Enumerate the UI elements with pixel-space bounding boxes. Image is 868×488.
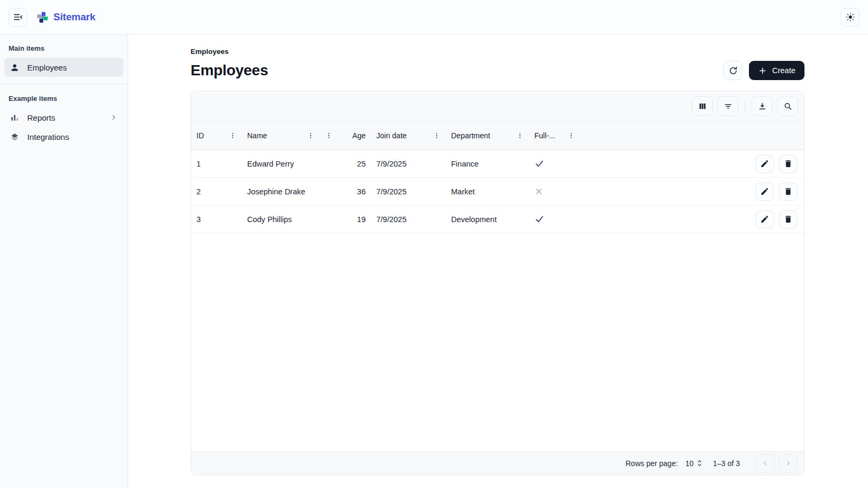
chevron-right-icon <box>109 113 118 122</box>
column-menu-icon[interactable] <box>567 131 575 140</box>
cell-department: Development <box>446 206 529 233</box>
filter-icon <box>723 101 733 111</box>
cell-name: Edward Perry <box>242 150 320 177</box>
grid-footer: Rows per page: 10 1–3 of 3 <box>191 451 804 475</box>
top-bar: Sitemark <box>0 0 868 35</box>
refresh-icon <box>728 66 738 76</box>
cell-full-time <box>529 150 580 177</box>
sidebar-item-label: Integrations <box>27 132 69 141</box>
person-icon <box>10 62 20 73</box>
column-header-age[interactable]: Age <box>320 121 371 149</box>
menu-open-icon <box>13 12 23 22</box>
create-button[interactable]: Create <box>749 61 804 80</box>
layers-icon <box>10 132 20 142</box>
column-header-department[interactable]: Department <box>446 121 529 149</box>
view-columns-icon <box>698 101 707 111</box>
sidebar-group-example: Example items <box>4 90 123 108</box>
next-page-button[interactable] <box>779 454 798 473</box>
cell-id: 3 <box>191 206 242 233</box>
cell-join-date: 7/9/2025 <box>371 206 446 233</box>
edit-row-button[interactable] <box>755 210 774 229</box>
check-icon <box>534 159 545 169</box>
edit-row-button[interactable] <box>755 183 774 201</box>
page-title: Employees <box>191 62 268 79</box>
pencil-icon <box>760 187 769 196</box>
cell-name: Josephine Drake <box>242 178 320 205</box>
sitemark-logo-icon <box>36 11 49 24</box>
rows-per-page-value: 10 <box>685 459 694 468</box>
grid-empty-area <box>191 233 804 451</box>
column-menu-icon[interactable] <box>433 131 440 140</box>
main-area: Employees Employees <box>128 35 868 488</box>
column-menu-icon[interactable] <box>229 131 236 140</box>
sidebar-item-employees[interactable]: Employees <box>4 58 123 77</box>
rows-per-page-label: Rows per page: <box>626 459 678 468</box>
toolbar-divider <box>745 100 745 113</box>
sidebar-item-integrations[interactable]: Integrations <box>4 127 123 146</box>
cell-age: 25 <box>320 150 371 177</box>
data-grid: ID Name <box>191 91 804 475</box>
cell-name: Cody Phillips <box>242 206 320 233</box>
columns-button[interactable] <box>692 96 713 116</box>
column-menu-icon[interactable] <box>325 131 333 140</box>
bar-chart-icon <box>10 113 20 123</box>
plus-icon <box>758 66 767 75</box>
export-button[interactable] <box>752 96 772 116</box>
delete-row-button[interactable] <box>779 183 798 201</box>
trash-icon <box>784 215 793 224</box>
sun-icon <box>845 12 856 22</box>
rows-per-page-select[interactable]: 10 <box>685 459 704 468</box>
sidebar-toggle-button[interactable] <box>9 8 27 27</box>
previous-page-button[interactable] <box>756 454 775 473</box>
column-menu-icon[interactable] <box>307 131 314 140</box>
chevron-right-icon <box>784 459 792 467</box>
column-menu-icon[interactable] <box>516 131 524 140</box>
pencil-icon <box>760 215 769 224</box>
cell-join-date: 7/9/2025 <box>371 150 446 177</box>
pencil-icon <box>760 159 769 168</box>
cell-department: Finance <box>446 150 529 177</box>
delete-row-button[interactable] <box>779 210 798 229</box>
column-header-full-time[interactable]: Full-... <box>529 121 580 149</box>
sidebar-item-reports[interactable]: Reports <box>4 108 123 127</box>
sidebar-item-label: Reports <box>27 113 56 122</box>
sidebar-divider <box>0 83 128 84</box>
table-row[interactable]: 3 Cody Phillips 19 7/9/2025 Development <box>191 206 804 233</box>
filter-button[interactable] <box>717 96 738 116</box>
cell-join-date: 7/9/2025 <box>371 178 446 205</box>
cell-id: 1 <box>191 150 242 177</box>
grid-header-row: ID Name <box>191 121 804 150</box>
brand-name: Sitemark <box>53 11 96 23</box>
sidebar-item-label: Employees <box>27 63 67 72</box>
cell-age: 19 <box>320 206 371 233</box>
table-row[interactable]: 1 Edward Perry 25 7/9/2025 Finance <box>191 150 804 178</box>
pagination-range: 1–3 of 3 <box>713 459 740 468</box>
cell-full-time <box>529 178 580 205</box>
sidebar: Main items Employees Example items Repor… <box>0 35 128 488</box>
cell-age: 36 <box>320 178 371 205</box>
column-header-join-date[interactable]: Join date <box>371 121 446 149</box>
download-icon <box>757 101 767 111</box>
check-icon <box>534 214 545 224</box>
cell-full-time <box>529 206 580 233</box>
delete-row-button[interactable] <box>779 155 798 173</box>
trash-icon <box>784 159 793 168</box>
refresh-button[interactable] <box>723 61 743 80</box>
edit-row-button[interactable] <box>755 155 774 173</box>
cross-icon <box>534 187 543 196</box>
grid-toolbar <box>191 91 804 121</box>
chevron-left-icon <box>761 459 769 467</box>
column-header-name[interactable]: Name <box>242 121 320 149</box>
search-button[interactable] <box>777 96 798 116</box>
theme-toggle-button[interactable] <box>841 8 859 27</box>
table-row[interactable]: 2 Josephine Drake 36 7/9/2025 Market <box>191 178 804 206</box>
create-button-label: Create <box>772 66 795 75</box>
column-header-actions <box>580 121 804 149</box>
sidebar-group-main: Main items <box>4 40 123 58</box>
search-icon <box>783 101 793 111</box>
breadcrumb[interactable]: Employees <box>191 48 228 56</box>
brand-logo[interactable]: Sitemark <box>36 11 96 24</box>
spinner-icon <box>696 459 703 467</box>
column-header-id[interactable]: ID <box>191 121 242 149</box>
trash-icon <box>784 187 793 196</box>
